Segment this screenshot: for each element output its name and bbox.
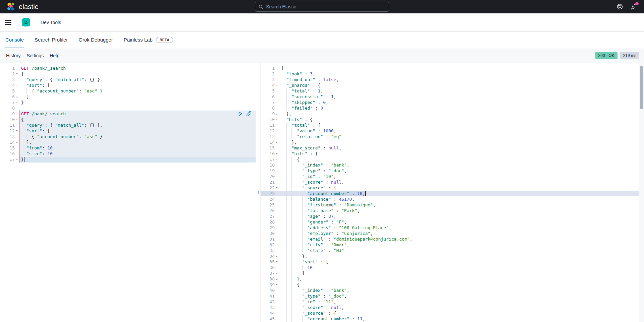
code-line[interactable]: 13 "relation" : "eq"	[261, 134, 644, 139]
menu-settings[interactable]: Settings	[27, 53, 44, 58]
fold-toggle-icon[interactable]: ▾	[15, 82, 19, 88]
fold-toggle-icon[interactable]: ▾	[15, 117, 19, 122]
code-line[interactable]: 15 "from": 10,	[0, 145, 257, 151]
code-line[interactable]: 32 "city" : "Omar",	[261, 242, 644, 248]
request-editor[interactable]: 1GET /bank/_search2▾{3 "query": { "match…	[0, 63, 257, 322]
code-line[interactable]: 15 "max_score" : null,	[261, 145, 644, 151]
fold-toggle-icon[interactable]: ▾	[275, 82, 279, 88]
code-line[interactable]: 7▴}	[0, 100, 257, 105]
panel-resizer[interactable]: ‖	[257, 63, 260, 322]
code-line[interactable]: 5 "total" : 1,	[261, 88, 644, 94]
tab-search-profiler[interactable]: Search Profiler	[35, 31, 68, 48]
fold-toggle-icon[interactable]: ▴	[275, 270, 279, 276]
fold-toggle-icon[interactable]: ▴	[15, 156, 19, 162]
code-line[interactable]: 5 { "account_number": "asc" }	[0, 88, 257, 94]
code-line[interactable]: 20 "_id" : "10",	[261, 174, 644, 179]
code-line[interactable]: 35▾ "sort" : [	[261, 259, 644, 265]
fold-toggle-icon[interactable]: ▴	[275, 139, 279, 145]
brand[interactable]: elastic	[7, 2, 38, 11]
fold-toggle-icon[interactable]: ▴	[275, 276, 279, 282]
fold-toggle-icon[interactable]: ▴	[15, 94, 19, 100]
fold-toggle-icon[interactable]: ▾	[275, 122, 279, 128]
code-line[interactable]: 17▾ {	[261, 156, 644, 162]
fold-toggle-icon[interactable]: ▾	[275, 117, 279, 122]
code-line[interactable]: 43 "_score" : null,	[261, 305, 644, 310]
code-line[interactable]: 41 "_type" : "_doc",	[261, 293, 644, 299]
code-line[interactable]: 2▾{	[0, 71, 257, 77]
code-line[interactable]: 21 "_score" : null,	[261, 179, 644, 185]
code-line[interactable]: 27 "age" : 37,	[261, 213, 644, 219]
fold-toggle-icon[interactable]: ▾	[275, 65, 279, 71]
response-scrollbar[interactable]	[639, 63, 644, 322]
code-line[interactable]: 16▾ "hits" : [	[261, 151, 644, 156]
code-line[interactable]: 9GET /bank/_search	[0, 111, 257, 117]
code-line[interactable]: 45 "account_number" : 11,	[261, 316, 644, 322]
code-line[interactable]: 1▾{	[261, 65, 644, 71]
space-avatar[interactable]: D	[22, 18, 30, 26]
search-input[interactable]	[266, 4, 385, 9]
code-line[interactable]: 37▴ ]	[261, 270, 644, 276]
fold-toggle-icon[interactable]: ▾	[275, 310, 279, 316]
global-search[interactable]	[255, 2, 389, 12]
code-line[interactable]: 30 "employer" : "Conjurica",	[261, 231, 644, 236]
code-line[interactable]: 7 "skipped" : 0,	[261, 100, 644, 105]
code-line[interactable]: 3 "timed_out" : false,	[261, 77, 644, 82]
code-line[interactable]: 22▾ "_source" : {	[261, 185, 644, 191]
code-line[interactable]: 40 "_index" : "bank",	[261, 287, 644, 293]
response-viewer[interactable]: 1▾{2 "took" : 3,3 "timed_out" : false,4▾…	[260, 63, 644, 322]
tab-grok-debugger[interactable]: Grok Debugger	[78, 31, 113, 48]
code-line[interactable]: 18 "_index" : "bank",	[261, 162, 644, 168]
help-icon[interactable]	[616, 3, 623, 10]
fold-toggle-icon[interactable]: ▾	[275, 185, 279, 191]
nav-menu-button[interactable]	[0, 13, 17, 31]
code-line[interactable]: 42 "_id" : "11",	[261, 299, 644, 305]
fold-toggle-icon[interactable]: ▴	[15, 139, 19, 145]
code-line[interactable]: 28 "gender" : "F",	[261, 219, 644, 225]
fold-toggle-icon[interactable]: ▾	[275, 282, 279, 287]
code-line[interactable]: 34▴ },	[261, 253, 644, 259]
code-line[interactable]: 4▾ "sort": [	[0, 82, 257, 88]
code-line[interactable]: 23 "account_number" : 10,	[261, 191, 644, 196]
code-line[interactable]: 3 "query": { "match_all": {} },	[0, 77, 257, 82]
code-line[interactable]: 26 "lastname" : "Park",	[261, 208, 644, 213]
fold-toggle-icon[interactable]: ▴	[275, 253, 279, 259]
fold-toggle-icon[interactable]: ▾	[275, 259, 279, 265]
code-line[interactable]: 13 { "account_number": "asc" }	[0, 134, 257, 139]
news-icon[interactable]	[631, 3, 637, 10]
tab-console[interactable]: Console	[5, 31, 24, 48]
code-line[interactable]: 33 "state" : "NJ"	[261, 248, 644, 253]
fold-toggle-icon[interactable]: ▾	[15, 128, 19, 134]
code-line[interactable]: 14▴ ],	[0, 139, 257, 145]
fold-toggle-icon[interactable]: ▾	[275, 151, 279, 156]
code-line[interactable]: 25 "firstname" : "Dominique",	[261, 202, 644, 208]
code-line[interactable]: 11▾ "total" : {	[261, 122, 644, 128]
code-line[interactable]: 12▾ "sort": [	[0, 128, 257, 134]
code-line[interactable]: 9▴ },	[261, 111, 644, 117]
breadcrumb[interactable]: Dev Tools	[35, 20, 61, 25]
fold-toggle-icon[interactable]: ▴	[15, 100, 19, 105]
fold-toggle-icon[interactable]: ▴	[275, 111, 279, 117]
menu-history[interactable]: History	[6, 53, 21, 58]
code-line[interactable]: 4▾ "_shards" : {	[261, 82, 644, 88]
code-line[interactable]: 38▴ },	[261, 276, 644, 282]
code-line[interactable]: 36 10	[261, 265, 644, 270]
fold-toggle-icon[interactable]: ▾	[275, 156, 279, 162]
code-line[interactable]: 6 "successful" : 1,	[261, 94, 644, 100]
fold-toggle-icon[interactable]: ▾	[15, 71, 19, 77]
code-line[interactable]: 31 "email" : "dominiquepark@conjurica.co…	[261, 236, 644, 242]
code-line[interactable]: 10▾{	[0, 117, 257, 122]
code-line[interactable]: 19 "_type" : "_doc",	[261, 168, 644, 174]
tab-painless-lab[interactable]: Painless LabBETA	[124, 31, 173, 48]
code-line[interactable]: 17▴}	[0, 156, 257, 162]
code-line[interactable]: 11 "query": { "match_all": {} },	[0, 122, 257, 128]
code-line[interactable]: 8 "failed" : 0	[261, 105, 644, 111]
code-line[interactable]: 29 "address" : "100 Gatling Place",	[261, 225, 644, 231]
code-line[interactable]: 16 "size": 10	[0, 151, 257, 156]
code-line[interactable]: 24 "balance" : 46170,	[261, 196, 644, 202]
code-line[interactable]: 8	[0, 105, 257, 111]
code-line[interactable]: 14▴ },	[261, 139, 644, 145]
code-line[interactable]: 6▴ ]	[0, 94, 257, 100]
space-selector[interactable]: D	[17, 13, 35, 31]
code-line[interactable]: 10▾ "hits" : {	[261, 117, 644, 122]
menu-help[interactable]: Help	[50, 53, 59, 58]
